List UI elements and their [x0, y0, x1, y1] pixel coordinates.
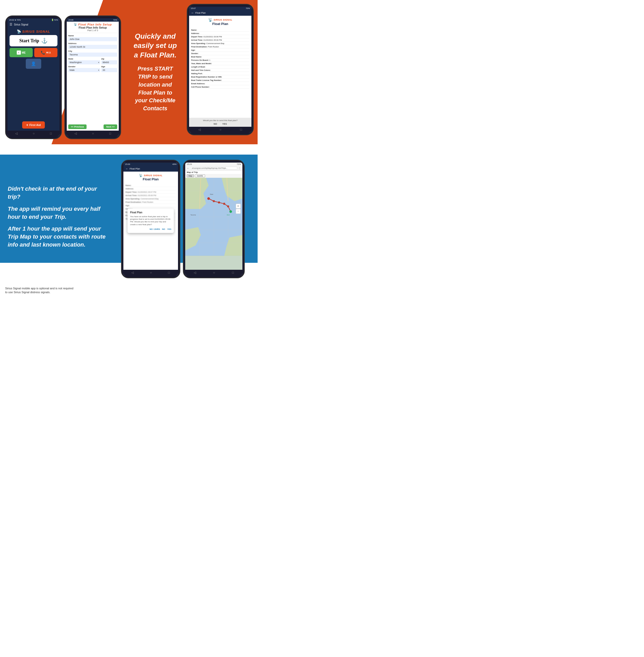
phone3-statusbar: 15:07 70% [189, 7, 251, 10]
name-label: Name [68, 35, 117, 37]
phone3-logo: 📡 SIRIUS SIGNAL Float Plan [191, 18, 249, 27]
hamburger-icon[interactable]: ☰ [9, 23, 13, 26]
phone5-nav: ◁ ○ □ [185, 270, 243, 275]
footer: Sirius Signal mobile app is optional and… [0, 284, 258, 298]
fp-phone: Cell Phone Number: [191, 85, 249, 89]
fp-hull: Hull and Trim Colors: [191, 69, 249, 72]
recent-nav-icon2[interactable]: □ [109, 132, 111, 135]
phone3-header: ← Float Plan [189, 10, 251, 16]
fp-area: Area Operating: Commencement Bay [191, 42, 249, 45]
city-label: City [68, 50, 117, 52]
phone5-battery: 72% [237, 163, 241, 165]
recent-nav-icon3[interactable]: □ [240, 128, 242, 131]
map-tab-satellite[interactable]: Satellite [195, 175, 205, 177]
svg-text:Start: Start [210, 194, 213, 195]
phone4-battery: 49% [172, 163, 177, 165]
recent-nav-icon4[interactable]: □ [168, 271, 170, 274]
fp-name: Name: [191, 28, 249, 32]
sos-button[interactable]: 📞 ⊕11 [34, 48, 58, 57]
browser-menu-icon[interactable]: ⋮ [238, 167, 241, 169]
phone1-screen: 15:02 ● 70% 🔋70% ☰ Sirius Signal 📡 SIRIU… [7, 18, 60, 136]
gender-input[interactable]: Male [68, 68, 100, 72]
phone2-title: Float Plan Info Setup [78, 26, 107, 29]
fp-yearmodel: Year, Make and Model: [191, 62, 249, 65]
p4-destination: Final Destination: Point Ruston [125, 201, 176, 204]
phone1-time: 15:02 ● 70% [9, 19, 21, 21]
plus-icon: + [26, 123, 28, 127]
back-nav-icon[interactable]: ◁ [15, 132, 18, 135]
phone1-logo: 📡 SIRIUS SIGNAL [17, 29, 50, 33]
first-aid-label: First Aid [29, 123, 41, 127]
svg-point-9 [218, 202, 220, 204]
state-input[interactable]: Washington [68, 60, 100, 64]
phone5-statusbar: 15:23 72% [185, 163, 243, 166]
back-nav-icon3[interactable]: ◁ [198, 128, 201, 131]
p4-address: Address: [125, 187, 176, 190]
back-arrow-icon[interactable]: ← [191, 11, 194, 15]
phone1-app-header: ☰ Sirius Signal [7, 22, 60, 27]
contact-button[interactable]: 👤 [26, 59, 41, 69]
phone2-time: 15:06 [68, 19, 73, 21]
back-nav-icon2[interactable]: ◁ [74, 132, 77, 135]
name-field-group: Name John Doe [68, 35, 117, 41]
me-button[interactable]: ✓ ME [9, 48, 33, 57]
url-bar[interactable]: siriussignal.com/tripMap/tripmap.html?tr… [190, 167, 237, 169]
dialog-yes-button[interactable]: YES [167, 228, 171, 230]
zip-input[interactable]: 98493 [101, 60, 117, 64]
no-button[interactable]: NO [213, 123, 217, 125]
phone3-signal-icon: 📡 [208, 18, 212, 22]
phone2-screen: 15:06 70% 📡 Float Plan Info Setup Float … [67, 18, 119, 136]
action-buttons-row: ✓ ME 📞 ⊕11 [9, 48, 58, 57]
home-nav-icon4[interactable]: ○ [150, 271, 152, 274]
p4-area: Area Operating: Commencement Bay [125, 197, 176, 201]
gender-label: Gender [68, 65, 100, 68]
home-nav-icon[interactable]: ○ [33, 132, 34, 135]
age-input[interactable]: 33 [101, 68, 117, 72]
back-nav-icon5[interactable]: ◁ [194, 271, 196, 274]
back-nav-icon4[interactable]: ◁ [131, 271, 134, 274]
city-input[interactable]: Tacoma [68, 52, 117, 57]
dialog-no-button[interactable]: NO [162, 228, 165, 230]
send-question-text: Would you like to send this float plan? [203, 119, 237, 121]
start-trip-button[interactable]: Start Trip ⚓ [9, 35, 58, 46]
next-button[interactable]: Next >> [104, 124, 117, 129]
dialog-no2hrs-button[interactable]: NO +2HRS [150, 228, 160, 230]
phone4-back-icon[interactable]: ← [125, 167, 129, 171]
svg-text:−: − [237, 210, 239, 212]
anchor-icon: ⚓ [41, 38, 48, 44]
zip-label: Zip [101, 58, 117, 60]
phone2-part-label: Part 1 of 3 [87, 29, 98, 32]
yes-button[interactable]: YES [222, 123, 227, 125]
home-nav-icon3[interactable]: ○ [220, 128, 221, 131]
name-input[interactable]: John Doe [68, 37, 117, 41]
map-container: Map of Trip Map Satellite [185, 171, 243, 270]
map-tab-map[interactable]: Map [187, 175, 194, 177]
city-field-group: City Tacoma [68, 50, 117, 57]
bottom-section: Didn't check in at the end of your trip?… [0, 155, 258, 284]
phone-float-plan-dialog: 15:09 49% ← Float Plan 📡 SIRIUS SIGNAL [121, 160, 180, 278]
checkmark-icon: ✓ [17, 50, 21, 54]
fp-age: Age: [191, 48, 249, 52]
top-text-area: Quickly and easily set up a Float Plan. … [124, 0, 187, 144]
age-label: Age [101, 65, 117, 68]
previous-button[interactable]: << Previous [68, 124, 87, 129]
recent-nav-icon[interactable]: □ [50, 132, 52, 135]
phone3-battery: 70% [246, 7, 250, 9]
phone1-app-title: Sirius Signal [14, 23, 28, 26]
bottom-text-area: Didn't check in at the end of your trip?… [0, 155, 118, 284]
phones-left: 15:02 ● 70% 🔋70% ☰ Sirius Signal 📡 SIRIU… [0, 0, 124, 144]
recent-nav-icon5[interactable]: □ [232, 271, 234, 274]
map-visual: Tacoma Start End + − [185, 178, 243, 256]
phone2-statusbar: 15:06 70% [67, 18, 119, 22]
svg-text:Tacoma: Tacoma [190, 214, 196, 216]
fp-email: Email Address: [191, 82, 249, 85]
gender-field-group: Gender Male [68, 65, 100, 72]
first-aid-button[interactable]: + First Aid [22, 121, 45, 129]
age-field-group: Age 33 [101, 65, 117, 72]
fp-arrival: Arrival Time: 01/20/2021 05:06 PM [191, 38, 249, 42]
phone3-time: 15:07 [191, 7, 196, 9]
browser-back-icon[interactable]: ← [187, 167, 189, 169]
home-nav-icon2[interactable]: ○ [92, 132, 94, 135]
home-nav-icon5[interactable]: ○ [213, 271, 215, 274]
address-input[interactable]: 12345 North St [68, 45, 117, 49]
